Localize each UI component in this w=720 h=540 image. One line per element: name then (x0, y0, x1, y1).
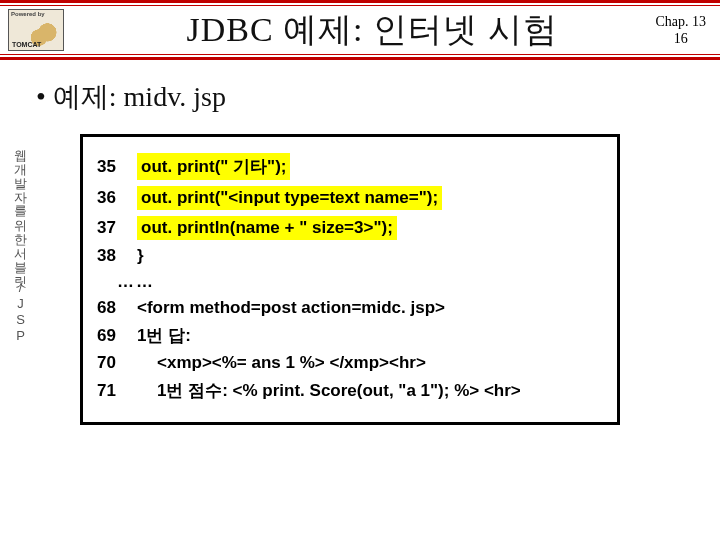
line-number: 37 (97, 218, 137, 238)
code-row: 68 <form method=post action=midc. jsp> (97, 298, 603, 318)
line-number: 71 (97, 381, 137, 401)
line-number: 68 (97, 298, 137, 318)
content-area: 예제: midv. jsp 35 out. print(" 기타"); 36 o… (0, 60, 720, 425)
ellipsis: …… (117, 272, 603, 292)
chapter-label: Chap. 13 16 (655, 14, 706, 48)
page-title: JDBC 예제: 인터넷 시험 (64, 7, 720, 53)
code-listing: 35 out. print(" 기타"); 36 out. print("<in… (80, 134, 620, 425)
line-number: 36 (97, 188, 137, 208)
chapter-line2: 16 (655, 31, 706, 48)
code-text: 1번 답: (137, 324, 191, 347)
example-bullet: 예제: midv. jsp (36, 78, 720, 116)
code-text: } (137, 246, 144, 266)
header-rule: Powered by TOMCAT JDBC 예제: 인터넷 시험 (0, 0, 720, 60)
line-number: 70 (97, 353, 137, 373)
code-row: 36 out. print("<input type=text name="); (97, 186, 603, 210)
header-bar: Powered by TOMCAT JDBC 예제: 인터넷 시험 (0, 5, 720, 55)
sidebar-vertical-text: 웹개발자를위한서블릿/JSP (6, 140, 28, 460)
logo-powered-text: Powered by (11, 11, 61, 17)
code-text: 1번 점수: <% print. Score(out, "a 1"); %> <… (157, 379, 521, 402)
line-number: 35 (97, 157, 137, 177)
chapter-line1: Chap. 13 (655, 14, 706, 31)
line-number: 69 (97, 326, 137, 346)
code-row: 71 1번 점수: <% print. Score(out, "a 1"); %… (97, 379, 603, 402)
code-row: 35 out. print(" 기타"); (97, 153, 603, 180)
code-text-highlight: out. println(name + " size=3>"); (137, 216, 397, 240)
code-row: 69 1번 답: (97, 324, 603, 347)
code-row: 38 } (97, 246, 603, 266)
code-text: <form method=post action=midc. jsp> (137, 298, 445, 318)
code-text-highlight: out. print(" 기타"); (137, 153, 290, 180)
code-row: 37 out. println(name + " size=3>"); (97, 216, 603, 240)
line-number: 38 (97, 246, 137, 266)
logo-name-text: TOMCAT (12, 41, 41, 48)
code-row: 70 <xmp><%= ans 1 %> </xmp><hr> (97, 353, 603, 373)
code-text: <xmp><%= ans 1 %> </xmp><hr> (157, 353, 426, 373)
tomcat-logo: Powered by TOMCAT (8, 9, 64, 51)
code-text-highlight: out. print("<input type=text name="); (137, 186, 442, 210)
